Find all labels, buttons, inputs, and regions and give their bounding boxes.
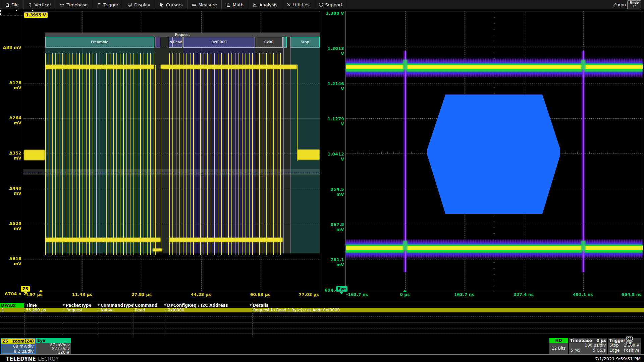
timebase-icon [60, 2, 64, 7]
menu-item-measure[interactable]: Measure [187, 0, 222, 9]
zoom-mode-label: Zoom [613, 2, 626, 7]
menu-item-vertical[interactable]: Vertical [23, 0, 56, 9]
table-header-commandtype[interactable]: CommandType [101, 303, 134, 308]
y-axis-label: Δ352 mV [1, 150, 21, 161]
decode-table: DPAux TimePacketType▼CommandType▼Command… [0, 301, 644, 338]
eye-diagram-panel[interactable] [345, 11, 643, 292]
table-header-time[interactable]: Time [26, 303, 37, 308]
eye-mask-hexagon [346, 11, 643, 292]
y-axis-label: 1.3013 V [323, 46, 344, 56]
hd-bits: 12 Bits [549, 343, 568, 353]
eye-trace-badge[interactable]: Eye [336, 286, 347, 292]
timebase-rate: 5 GS/s [593, 348, 606, 353]
trigger-position-marker[interactable] [39, 290, 43, 292]
menu-item-support[interactable]: Support [314, 0, 347, 9]
table-header-command[interactable]: Command [135, 303, 157, 308]
y-axis-label: Δ528 mV [1, 221, 21, 231]
table-cell-index: 1 [2, 308, 4, 312]
y-axis-label: 1.2146 V [323, 81, 344, 91]
table-cell-command: Read [135, 308, 145, 312]
decode-request-bar: Request [45, 33, 320, 37]
menu-item-file[interactable]: File [0, 0, 23, 9]
menu-item-label: Math [233, 2, 244, 7]
y-axis-label: 781.1 mV [323, 257, 344, 267]
decode-segment-stop: Stop [290, 37, 320, 48]
table-column-separator [166, 303, 166, 337]
table-row[interactable]: 135.299 µsRequestNativeRead0xf0000Reques… [0, 308, 644, 312]
timebase-offset: 0 µs [597, 338, 606, 343]
eye-descriptor-box[interactable]: Eye 87 mV/div 82 ns/div 126 # [36, 338, 71, 354]
trigger-box[interactable]: Trigger C4 DC Stop1.100 V EdgePositive [608, 338, 641, 354]
utilities-icon [286, 2, 291, 7]
level-readout-badge: 1.3995 V [24, 12, 48, 18]
waveform-edge [161, 65, 161, 253]
gridline-horizontal [23, 259, 320, 259]
timebase-samples: 5 MS [571, 348, 580, 353]
trigger-level: 1.100 V [624, 343, 639, 348]
decode-segment-read: Read [173, 37, 182, 48]
file-icon [5, 2, 9, 7]
decode-tint-stop [290, 37, 320, 253]
x-axis-label: 327.4 ns [514, 292, 534, 297]
y-axis-label: Δ440 mV [1, 186, 21, 196]
display-icon [127, 2, 132, 7]
waveform-burst-preamble [45, 53, 154, 255]
y-axis-label: 1.0412 V [323, 152, 344, 162]
menu-item-analysis[interactable]: Analysis [248, 0, 282, 9]
menu-item-label: Vertical [35, 2, 51, 7]
menu-item-timebase[interactable]: Timebase [55, 0, 92, 9]
menu-item-label: Cursors [166, 2, 183, 7]
eye-trigger-marker[interactable] [403, 290, 407, 292]
y-axis-label: Δ616 mV [1, 256, 21, 266]
y-axis-label: 1.1279 V [323, 116, 344, 126]
decode-tint-gap [283, 37, 290, 253]
zoom-waveform-panel[interactable]: Request PreambleNRead0xf00000x00Stop [23, 11, 320, 292]
menu-items: FileVerticalTimebaseTriggerDisplayCursor… [0, 0, 347, 9]
decoder-source-label[interactable]: DPAux [0, 303, 24, 308]
waveform-idle-left [24, 150, 45, 160]
decode-segment-preamble: Preamble [45, 37, 154, 48]
z5-descriptor-box[interactable]: Z5 zoom(Z4) 88 mV/div 8.2 µs/div [1, 338, 36, 354]
menu-item-label: Trigger [103, 2, 118, 7]
y-axis-label: Δ704 n [1, 291, 21, 296]
x-axis-label: 654.8 ns [622, 292, 642, 297]
trigger-source-badge: C4 [626, 337, 633, 341]
waveform-idle-right [298, 149, 320, 160]
table-header-dpconfigreq-i2c-address[interactable]: DPConfigReq / I2C Address [167, 303, 228, 308]
z5-vdiv: 88 mV/div [3, 344, 34, 349]
support-icon [319, 2, 323, 7]
cursors-icon [159, 2, 164, 7]
menu-item-trigger[interactable]: Trigger [92, 0, 123, 9]
table-cell-details: Request to Read 1 Byte(s) at Addr 0xf000… [253, 308, 340, 312]
hd-mode-box[interactable]: HD 12 Bits [549, 338, 568, 354]
undo-arrow-icon: ↶ [628, 4, 641, 8]
table-column-separator [99, 303, 99, 337]
x-axis-label: 163.7 ns [454, 292, 474, 297]
datetime-readout: 7/1/2021 9:59:51 PM [595, 356, 641, 361]
menu-item-cursors[interactable]: Cursors [155, 0, 187, 9]
table-column-separator [133, 303, 133, 337]
z5-trace-badge[interactable]: Z5 [21, 286, 30, 292]
y-axis-label: Δ88 mV [1, 45, 21, 50]
menu-item-math[interactable]: Math [222, 0, 249, 9]
menu-item-utilities[interactable]: Utilities [282, 0, 314, 9]
table-column-separator [252, 303, 253, 337]
table-header-details[interactable]: Details [253, 303, 268, 308]
trigger-type: Edge [609, 348, 620, 353]
waveform-edge [155, 65, 156, 255]
math-icon [226, 2, 231, 7]
table-cell-time: 35.299 µs [26, 308, 46, 312]
undo-button[interactable]: Undo ↶ [627, 0, 641, 9]
oscilloscope-app: FileVerticalTimebaseTriggerDisplayCursor… [0, 0, 644, 362]
decode-segment [155, 37, 160, 48]
timebase-box[interactable]: Timebase 0 µs 100 µs/div 5 MS5 GS/s [569, 338, 607, 354]
z5-title: Z5 [2, 339, 8, 344]
waveform-bottom-rail [45, 238, 161, 242]
table-column-separator [24, 303, 24, 337]
x-axis-label: 77.03 µs [299, 292, 319, 297]
menu-item-display[interactable]: Display [123, 0, 155, 9]
table-header-packettype[interactable]: PacketType [66, 303, 92, 308]
z5-subtitle: zoom(Z4) [12, 339, 34, 344]
filter-dropdown-icon[interactable]: ▼ [250, 304, 252, 307]
analysis-icon [253, 2, 257, 7]
